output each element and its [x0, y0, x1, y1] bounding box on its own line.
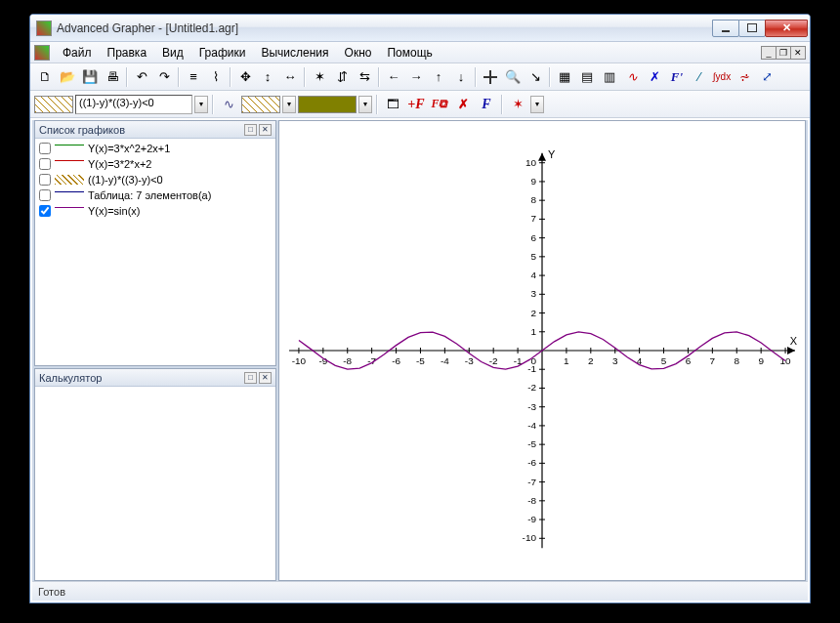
properties-icon[interactable]: 🗔: [382, 94, 403, 115]
svg-text:1: 1: [530, 326, 536, 337]
hatch-style-swatch[interactable]: [241, 96, 280, 113]
graph-list[interactable]: Y(x)=3*x^2+2x+1Y(x)=3*2*x+2((1)-y)*((3)-…: [35, 139, 275, 365]
app-icon: [36, 21, 52, 36]
zoom-v-icon[interactable]: ⇵: [331, 66, 353, 88]
panel-maximize-icon[interactable]: □: [244, 372, 257, 384]
formula-input[interactable]: ((1)-y)*((3)-y)<0: [75, 95, 192, 114]
graph-visibility-checkbox[interactable]: [39, 205, 51, 217]
derivative-icon[interactable]: F': [666, 66, 688, 88]
svg-text:4: 4: [530, 270, 536, 280]
menu-graphs[interactable]: Графики: [192, 44, 253, 62]
copy-function-icon[interactable]: F⧉: [429, 94, 450, 115]
function-blue-icon[interactable]: F: [476, 94, 497, 115]
window-title: Advanced Grapher - [Untitled1.agr]: [57, 21, 713, 35]
save-file-icon[interactable]: 💾: [79, 66, 101, 88]
delete-function-icon[interactable]: ✗: [452, 94, 474, 115]
window-close-button[interactable]: [765, 20, 808, 37]
tangent-icon[interactable]: ∕: [689, 66, 710, 88]
graph-visibility-checkbox[interactable]: [39, 174, 51, 186]
zoom-out-icon[interactable]: ↘: [525, 66, 546, 88]
svg-text:9: 9: [758, 355, 764, 366]
grid2-icon[interactable]: ▤: [576, 66, 598, 88]
arrow-up-icon[interactable]: ↑: [428, 66, 449, 88]
formula-dropdown[interactable]: ▾: [194, 96, 208, 113]
svg-text:8: 8: [530, 194, 536, 205]
menu-view[interactable]: Вид: [155, 44, 190, 62]
grid3-icon[interactable]: ▥: [599, 66, 620, 88]
menu-help[interactable]: Помощь: [380, 44, 439, 62]
formula-toolbar: ((1)-y)*((3)-y)<0 ▾ ∿ ▾ ▾ 🗔 +F F⧉ ✗ F ✶ …: [30, 91, 810, 118]
graph-label: Таблица: 7 элементов(а): [88, 189, 211, 201]
graph-list-item[interactable]: Таблица: 7 элементов(а): [37, 187, 273, 203]
panel-close-icon[interactable]: ✕: [259, 372, 272, 384]
titlebar[interactable]: Advanced Grapher - [Untitled1.agr]: [30, 15, 810, 42]
graph-list-item[interactable]: Y(x)=3*x^2+2x+1: [37, 141, 273, 156]
svg-text:-5: -5: [416, 355, 425, 366]
pan-lr-icon[interactable]: ↔: [279, 66, 301, 88]
graph-label: Y(x)=3*x^2+2x+1: [88, 143, 170, 154]
sidebar: Список графиков □ ✕ Y(x)=3*x^2+2x+1Y(x)=…: [32, 120, 278, 581]
fx-red-icon[interactable]: ∿: [621, 66, 643, 88]
plot-canvas[interactable]: XY-10-9-8-7-6-5-4-3-2-112345678910-10-9-…: [278, 120, 806, 581]
svg-text:-6: -6: [392, 355, 400, 366]
graph-visibility-checkbox[interactable]: [39, 189, 51, 201]
mdi-restore-button[interactable]: ❐: [776, 46, 791, 60]
graph-visibility-checkbox[interactable]: [39, 158, 51, 170]
open-file-icon[interactable]: 📂: [57, 66, 78, 88]
pan-up-icon[interactable]: ↕: [257, 66, 278, 88]
svg-text:-7: -7: [527, 477, 536, 487]
document-icon[interactable]: [34, 45, 50, 61]
trace-dropdown[interactable]: ▾: [530, 96, 544, 113]
redo-icon[interactable]: ↷: [153, 66, 175, 88]
area-icon[interactable]: ⩫: [734, 66, 755, 88]
calculator-body[interactable]: [35, 387, 275, 580]
hatch-dropdown[interactable]: ▾: [282, 96, 296, 113]
statusbar: Готов: [32, 581, 808, 601]
menu-calc[interactable]: Вычисления: [254, 44, 335, 62]
arrow-left-icon[interactable]: ←: [383, 66, 404, 88]
graph-visibility-checkbox[interactable]: [39, 143, 51, 154]
print-icon[interactable]: 🖶: [102, 66, 123, 88]
undo-icon[interactable]: ↶: [131, 66, 152, 88]
mdi-close-button[interactable]: ✕: [790, 46, 806, 60]
add-function-icon[interactable]: +F: [405, 94, 427, 115]
svg-marker-3: [538, 153, 546, 161]
grid1-icon[interactable]: ▦: [554, 66, 575, 88]
svg-text:-5: -5: [527, 438, 536, 449]
line-style-icon[interactable]: ∿: [218, 94, 239, 115]
svg-text:-3: -3: [465, 355, 474, 366]
menu-file[interactable]: Файл: [56, 44, 99, 62]
trace-point-icon[interactable]: ✶: [507, 94, 528, 115]
zoom-center-icon[interactable]: ✶: [309, 66, 330, 88]
axes-icon[interactable]: [480, 66, 501, 88]
arrow-down-icon[interactable]: ↓: [450, 66, 472, 88]
regression-icon[interactable]: ⤢: [756, 66, 777, 88]
zoom-h-icon[interactable]: ⇆: [354, 66, 375, 88]
window-maximize-button[interactable]: [738, 20, 766, 37]
color-swatch[interactable]: [298, 96, 357, 113]
traces-icon[interactable]: ⌇: [205, 66, 227, 88]
new-file-icon[interactable]: 🗋: [34, 66, 56, 88]
intersect-icon[interactable]: ✗: [644, 66, 665, 88]
svg-text:-6: -6: [527, 457, 536, 468]
svg-text:-4: -4: [527, 420, 536, 431]
integral-icon[interactable]: ∫ydx: [711, 66, 733, 88]
graph-list-item[interactable]: ((1)-y)*((3)-y)<0: [37, 172, 273, 187]
zoom-in-icon[interactable]: 🔍: [502, 66, 524, 88]
arrow-right-icon[interactable]: →: [405, 66, 427, 88]
move-icon[interactable]: ✥: [234, 66, 256, 88]
mdi-minimize-button[interactable]: _: [761, 46, 777, 60]
list-icon[interactable]: ≡: [183, 66, 204, 88]
graph-list-item[interactable]: Y(x)=sin(x): [37, 203, 273, 219]
svg-text:-8: -8: [343, 355, 352, 366]
menu-window[interactable]: Окно: [338, 44, 379, 62]
panel-close-icon[interactable]: ✕: [259, 124, 272, 136]
menu-edit[interactable]: Правка: [101, 44, 154, 62]
graph-list-item[interactable]: Y(x)=3*2*x+2: [37, 156, 273, 172]
calculator-title: Калькулятор: [39, 372, 102, 384]
fill-style-swatch[interactable]: [34, 96, 73, 113]
color-dropdown[interactable]: ▾: [358, 96, 372, 113]
window-minimize-button[interactable]: [712, 20, 739, 37]
panel-maximize-icon[interactable]: □: [244, 124, 257, 136]
svg-text:X: X: [790, 335, 798, 347]
